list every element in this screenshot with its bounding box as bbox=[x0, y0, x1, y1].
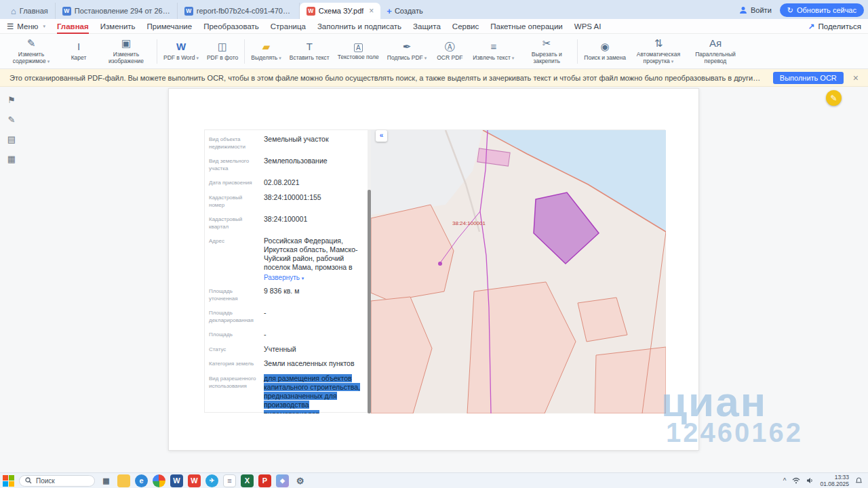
field-row: СтатусУчтенный bbox=[209, 345, 366, 354]
close-icon[interactable]: × bbox=[853, 73, 859, 83]
tool-parallel-translate[interactable]: Ая Параллельный перевод bbox=[687, 38, 744, 65]
share-button[interactable]: ↗ Поделиться bbox=[808, 22, 861, 31]
bookmark-icon[interactable]: ⚑ bbox=[5, 94, 18, 106]
field-row: Вид объекта недвижимостиЗемельный участо… bbox=[209, 135, 366, 151]
word-icon[interactable]: W bbox=[170, 474, 183, 487]
edit-fab-button[interactable]: ✎ bbox=[826, 90, 842, 106]
layers-icon[interactable]: ▦ bbox=[5, 152, 18, 165]
settings-icon[interactable]: ⚙ bbox=[294, 474, 307, 487]
tab-doc-0[interactable]: W Постановление 294 от 26.03.2025 ... bbox=[56, 3, 178, 19]
tab-label: Главная bbox=[20, 7, 48, 15]
field-row: Кадастровый квартал38:24:100001 bbox=[209, 215, 366, 231]
menu-tab-wps-ai[interactable]: WPS AI bbox=[574, 19, 601, 34]
login-label: Войти bbox=[751, 6, 772, 14]
chevron-down-icon: ▾ bbox=[302, 276, 304, 281]
chevron-down-icon: ▾ bbox=[196, 56, 199, 60]
chrome-browser-icon[interactable] bbox=[153, 474, 165, 487]
refresh-icon: ↻ bbox=[787, 6, 793, 15]
parcel bbox=[595, 347, 666, 413]
update-now-button[interactable]: ↻ Обновить сейчас bbox=[780, 3, 864, 17]
document-area: ⚑ ✎ ▤ ▦ Вид объекта недвижимостиЗемельны… bbox=[0, 87, 868, 472]
caret-icon: I bbox=[77, 41, 80, 53]
menu-tab-convert[interactable]: Преобразовать bbox=[203, 19, 259, 34]
taskbar-search[interactable]: Поиск bbox=[19, 475, 95, 487]
expand-link[interactable]: Развернуть ▾ bbox=[264, 274, 366, 281]
menu-tab-service[interactable]: Сервис bbox=[452, 19, 479, 34]
run-ocr-button[interactable]: Выполнить OCR bbox=[773, 72, 844, 84]
menu-tab-home[interactable]: Главная bbox=[57, 19, 89, 34]
ocr-message: Это отсканированный PDF-файл. Вы можете … bbox=[9, 74, 764, 82]
taskbar-clock[interactable]: 13:33 01.08.2025 bbox=[820, 474, 849, 487]
tab-home[interactable]: ⌂ Главная bbox=[4, 3, 56, 19]
tool-edit-image[interactable]: ▣ Изменить изображение bbox=[98, 38, 155, 65]
clock-time: 13:33 bbox=[820, 474, 849, 481]
tool-extract-text[interactable]: ≡ Извлечь текст▾ bbox=[469, 41, 518, 62]
highlighter-icon: ▰ bbox=[262, 41, 271, 53]
close-tab-icon[interactable]: × bbox=[369, 6, 374, 16]
share-label: Поделиться bbox=[818, 22, 861, 30]
edge-browser-icon[interactable]: e bbox=[135, 474, 148, 487]
tool-autoscroll[interactable]: ⇅ Автоматическая прокрутка▾ bbox=[630, 38, 687, 65]
volume-icon[interactable] bbox=[806, 477, 814, 484]
tool-cut-pin[interactable]: ✂ Вырезать и закрепить bbox=[518, 38, 575, 65]
menu-tab-edit[interactable]: Изменить bbox=[100, 19, 136, 34]
menu-tab-protect[interactable]: Защита bbox=[413, 19, 441, 34]
task-view-icon[interactable]: ▦ bbox=[100, 474, 113, 487]
chevron-down-icon: ▾ bbox=[512, 56, 515, 60]
tab-doc-2-active[interactable]: W Схема ЗУ.pdf × bbox=[300, 3, 381, 19]
annotation-icon[interactable]: ✎ bbox=[5, 113, 18, 125]
pencil-icon: ✎ bbox=[830, 94, 837, 103]
tool-caret[interactable]: I Карет bbox=[60, 41, 98, 62]
telegram-icon[interactable]: ✈ bbox=[205, 474, 218, 487]
field-row: Кадастровый номер38:24:100001:155 bbox=[209, 193, 366, 209]
clock-date: 01.08.2025 bbox=[820, 481, 849, 487]
tool-sign-pdf[interactable]: ✒ Подпись PDF▾ bbox=[383, 41, 431, 62]
pdf-reader-icon[interactable]: P bbox=[258, 474, 271, 487]
parcel-info-panel: Вид объекта недвижимостиЗемельный участо… bbox=[205, 130, 371, 413]
menu-tab-comment[interactable]: Примечание bbox=[147, 19, 193, 34]
tray-chevron-up-icon[interactable]: ^ bbox=[783, 477, 787, 485]
tab-doc-1[interactable]: W report-fb07b2c4-c091-4700-8942-2c(... bbox=[178, 3, 300, 19]
login-button[interactable]: Войти bbox=[739, 6, 772, 14]
home-icon: ⌂ bbox=[11, 6, 16, 16]
notepad-icon[interactable]: ≡ bbox=[223, 474, 236, 487]
tab-label: Постановление 294 от 26.03.2025 ... bbox=[75, 7, 170, 15]
main-menu-button[interactable]: ☰ Меню ▾ bbox=[7, 22, 45, 31]
hamburger-icon: ☰ bbox=[7, 22, 14, 31]
thumbnails-icon[interactable]: ▤ bbox=[5, 133, 18, 145]
tool-search-replace[interactable]: ◉ Поиск и замена bbox=[580, 41, 630, 62]
notifications-icon[interactable] bbox=[855, 477, 863, 485]
collapse-panel-button[interactable]: « bbox=[376, 130, 387, 142]
map-quarter-label: 38:24:100001 bbox=[452, 220, 486, 226]
cadastral-map[interactable]: 38:24:100001 bbox=[371, 130, 666, 413]
wps-office-icon[interactable]: W bbox=[188, 474, 201, 487]
tool-insert-text[interactable]: T Вставить текст bbox=[285, 41, 334, 62]
tab-label: Схема ЗУ.pdf bbox=[319, 7, 364, 15]
menu-tab-batch[interactable]: Пакетные операции bbox=[490, 19, 563, 34]
tool-text-box[interactable]: A Текстовое поле bbox=[334, 42, 383, 61]
excel-icon[interactable]: X bbox=[241, 474, 254, 487]
boundary-point bbox=[438, 262, 442, 266]
menu-tab-page[interactable]: Страница bbox=[271, 19, 306, 34]
tool-highlight[interactable]: ▰ Выделять▾ bbox=[247, 41, 285, 62]
menu-tab-fill-sign[interactable]: Заполнить и подписать bbox=[317, 19, 401, 34]
tool-pdf-to-photo[interactable]: ◫ PDF в фото bbox=[203, 41, 242, 62]
menu-label: Меню bbox=[17, 22, 38, 30]
tool-ocr-pdf[interactable]: Ⓐ OCR PDF bbox=[431, 41, 469, 62]
field-row: Площадь уточненная9 836 кв. м bbox=[209, 287, 366, 303]
watermark-digits: 12460162 bbox=[666, 419, 803, 446]
tool-pdf-to-word[interactable]: W PDF в Word▾ bbox=[159, 41, 203, 62]
tool-edit-content[interactable]: ✎ Изменить содержимое▾ bbox=[3, 38, 60, 65]
wifi-icon[interactable] bbox=[792, 477, 800, 484]
chevron-down-icon: ▾ bbox=[43, 24, 45, 29]
search-label: Поиск bbox=[36, 477, 55, 485]
start-button[interactable] bbox=[3, 475, 14, 487]
chevron-down-icon: ▾ bbox=[425, 56, 427, 60]
file-explorer-icon[interactable] bbox=[117, 474, 130, 487]
ocr-notification-bar: Это отсканированный PDF-файл. Вы можете … bbox=[0, 69, 868, 87]
new-tab-button[interactable]: + Создать bbox=[380, 3, 429, 19]
person-icon bbox=[739, 6, 747, 14]
tab-label: report-fb07b2c4-c091-4700-8942-2c(... bbox=[197, 7, 292, 15]
update-label: Обновить сейчас bbox=[797, 6, 856, 14]
photos-icon[interactable]: ◆ bbox=[276, 474, 289, 487]
